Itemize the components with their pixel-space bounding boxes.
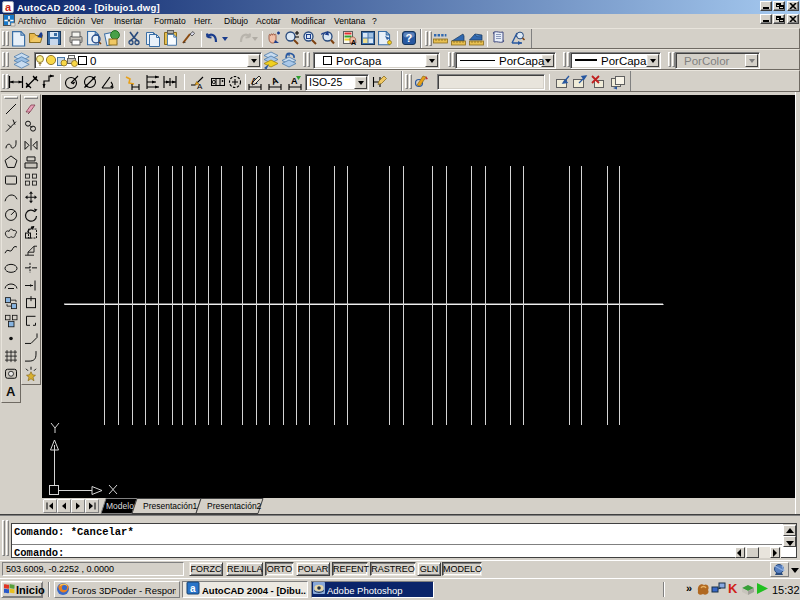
svg-text:A: A	[197, 82, 203, 91]
svg-text:A: A	[6, 384, 16, 399]
svg-text:A: A	[270, 75, 280, 87]
svg-text:Modelo: Modelo	[106, 501, 134, 511]
svg-text:A: A	[351, 39, 356, 46]
svg-text:Presentación2: Presentación2	[207, 501, 262, 511]
svg-text:Presentación1: Presentación1	[143, 501, 198, 511]
